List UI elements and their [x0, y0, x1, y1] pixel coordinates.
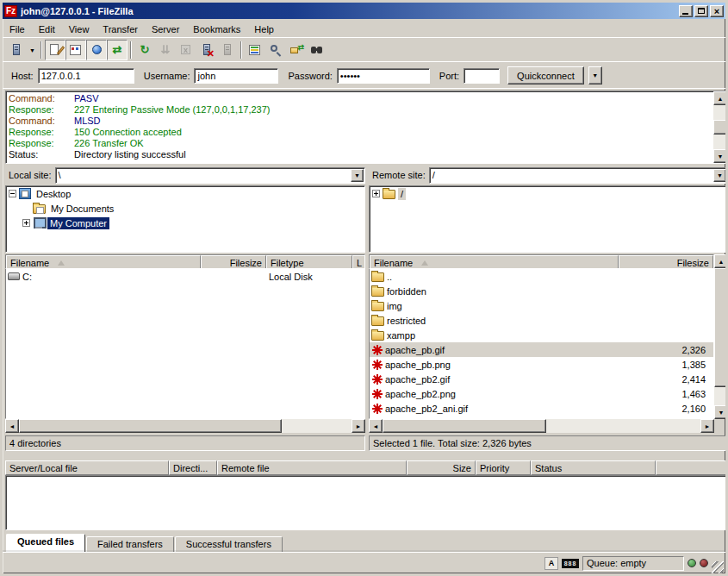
minimize-icon [682, 13, 688, 15]
tree-item-my-documents[interactable]: My Documents [6, 201, 364, 216]
list-item[interactable]: forbidden [370, 284, 713, 298]
local-tree[interactable]: Desktop My Documents My Computer [5, 185, 365, 253]
scroll-left-icon[interactable]: ◄ [5, 419, 19, 433]
tab-queued-files[interactable]: Queued files [6, 534, 85, 552]
host-input[interactable] [38, 68, 134, 84]
remote-vscrollbar[interactable]: ▲ ▼ [714, 254, 728, 419]
message-log[interactable]: Command:PASV Response:227 Entering Passi… [5, 91, 728, 164]
scroll-left-icon[interactable]: ◄ [369, 419, 383, 433]
column-filename[interactable]: Filename [370, 255, 619, 269]
username-input[interactable] [194, 68, 278, 84]
list-item[interactable]: xampp [370, 328, 713, 342]
toggle-local-tree-button[interactable] [65, 40, 86, 60]
reconnect-button[interactable] [217, 40, 238, 60]
list-item[interactable]: apache_pb.png1,385 [370, 357, 713, 372]
synchronized-browsing-button[interactable]: ⇄ [286, 40, 307, 60]
remote-hscrollbar[interactable]: ◄ ► [369, 419, 714, 433]
list-item[interactable]: restricted [370, 313, 713, 328]
column-last-modified[interactable]: L [352, 255, 365, 269]
port-input[interactable] [464, 68, 500, 84]
local-site-combo[interactable]: \ ▼ [55, 167, 365, 184]
directory-comparison-button[interactable] [245, 40, 265, 60]
speed-limit-icon[interactable]: 888 [562, 559, 579, 568]
expand-icon[interactable] [372, 190, 380, 197]
chevron-down-icon[interactable]: ▼ [713, 169, 726, 182]
expand-icon[interactable] [22, 219, 30, 227]
scroll-up-icon[interactable]: ▲ [714, 254, 728, 268]
column-size[interactable]: Size [407, 460, 476, 475]
scroll-thumb[interactable] [19, 419, 282, 433]
cancel-operation-button[interactable]: x [176, 40, 196, 60]
column-direction[interactable]: Directi... [169, 460, 217, 475]
scroll-right-icon[interactable]: ► [352, 419, 365, 433]
tree-item-my-computer[interactable]: My Computer [6, 216, 364, 230]
list-item[interactable]: .. [370, 269, 713, 284]
refresh-button[interactable]: ↻ [134, 40, 155, 60]
scroll-down-icon[interactable]: ▼ [713, 149, 727, 163]
site-manager-button[interactable] [6, 40, 27, 60]
menu-edit[interactable]: Edit [32, 22, 62, 36]
quickconnect-dropdown[interactable]: ▼ [588, 66, 602, 85]
resize-grip[interactable] [712, 561, 724, 573]
close-button[interactable]: × [710, 5, 724, 17]
list-item[interactable]: apache_pb2_ani.gif2,160 [370, 401, 713, 416]
column-status[interactable]: Status [531, 460, 656, 475]
remote-file-list[interactable]: .. forbidden img restricted xampp apache… [369, 269, 714, 419]
menu-view[interactable]: View [62, 22, 96, 36]
username-label: Username: [144, 71, 190, 81]
scroll-right-icon[interactable]: ► [700, 419, 714, 433]
collapse-icon[interactable] [9, 190, 16, 197]
scroll-thumb[interactable] [714, 268, 728, 387]
titlebar[interactable]: Fz john@127.0.0.1 - FileZilla × [3, 3, 725, 19]
queue-list[interactable] [5, 475, 728, 530]
menu-file[interactable]: File [3, 22, 32, 36]
disconnect-button[interactable]: ✕ [196, 40, 217, 60]
menu-bookmarks[interactable]: Bookmarks [186, 22, 247, 36]
scroll-thumb[interactable] [383, 419, 546, 433]
column-filesize[interactable]: Filesize [619, 255, 713, 269]
column-server-local-file[interactable]: Server/Local file [5, 460, 169, 475]
list-item[interactable]: img [370, 298, 713, 313]
toggle-queue-button[interactable]: ⇄ [107, 40, 128, 60]
process-queue-button[interactable]: ⇊ [155, 40, 176, 60]
list-item-c-drive[interactable]: C: Local Disk [6, 269, 364, 284]
toggle-remote-tree-button[interactable] [86, 40, 107, 60]
column-remote-file[interactable]: Remote file [217, 460, 407, 475]
remote-site-combo[interactable]: / ▼ [429, 167, 728, 184]
remote-pane: Remote site: / ▼ / Filename Filesize .. … [369, 166, 728, 460]
folder-icon [371, 287, 384, 297]
tab-failed-transfers[interactable]: Failed transfers [86, 536, 174, 552]
scroll-thumb[interactable] [713, 120, 727, 135]
log-scrollbar[interactable]: ▲ ▼ [713, 91, 727, 163]
remote-tree[interactable]: / [369, 185, 728, 253]
chevron-down-icon[interactable]: ▼ [351, 169, 364, 182]
scroll-up-icon[interactable]: ▲ [713, 91, 727, 105]
list-item[interactable]: apache_pb2.png1,463 [370, 386, 713, 401]
quickconnect-button[interactable]: Quickconnect [507, 66, 584, 85]
filter-button[interactable] [265, 40, 286, 60]
password-input[interactable] [337, 68, 430, 84]
list-item-selected[interactable]: apache_pb.gif2,326 [370, 342, 713, 357]
list-item[interactable]: apache_pb2.gif2,414 [370, 372, 713, 386]
menu-transfer[interactable]: Transfer [96, 22, 145, 36]
minimize-button[interactable] [679, 5, 693, 17]
local-file-list[interactable]: C: Local Disk [5, 269, 365, 419]
synchronized-browsing-icon: ⇄ [289, 43, 303, 57]
find-files-button[interactable] [307, 40, 327, 60]
menu-server[interactable]: Server [145, 22, 186, 36]
column-priority[interactable]: Priority [476, 460, 531, 475]
desktop-icon [19, 188, 31, 199]
tree-item-root[interactable]: / [370, 186, 727, 201]
site-manager-dropdown[interactable]: ▼ [27, 41, 38, 59]
column-filetype[interactable]: Filetype [266, 255, 352, 269]
column-filename[interactable]: Filename [6, 255, 201, 269]
menu-help[interactable]: Help [247, 22, 281, 36]
local-hscrollbar[interactable]: ◄ ► [5, 419, 365, 433]
tab-successful-transfers[interactable]: Successful transfers [175, 536, 283, 552]
column-filesize[interactable]: Filesize [201, 255, 266, 269]
scroll-down-icon[interactable]: ▼ [714, 405, 728, 419]
maximize-button[interactable] [694, 5, 708, 17]
tree-item-desktop[interactable]: Desktop [6, 186, 364, 201]
toggle-message-log-button[interactable] [45, 40, 65, 60]
transfer-type-icon[interactable]: A [544, 557, 558, 570]
